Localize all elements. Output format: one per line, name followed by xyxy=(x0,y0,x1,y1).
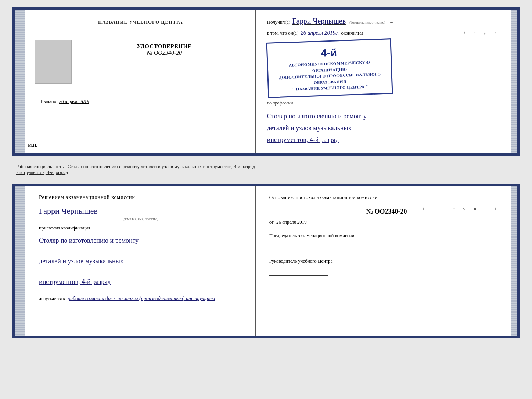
vtom-prefix: в том, что он(а) xyxy=(267,30,299,36)
texture-right-top xyxy=(511,10,517,153)
ot-date-block: от 26 апреля 2019 xyxy=(269,219,504,225)
udostoverenie-label: УДОСТОВЕРЕНИЕ xyxy=(79,43,250,50)
recipient-name-top: Гарри Чернышев xyxy=(292,17,346,25)
top-document: НАЗВАНИЕ УЧЕБНОГО ЦЕНТРА УДОСТОВЕРЕНИЕ №… xyxy=(12,7,520,156)
vydano-label: Выдано xyxy=(40,99,56,104)
udostoverenie-number: № OO2340-20 xyxy=(79,50,250,56)
profession-line1-top: Столяр по изготовлению и ремонту xyxy=(267,110,506,122)
between-text-underline: инструментов, 4-й разряд xyxy=(16,170,68,175)
predsedatel-label: Председатель экзаменационной комиссии xyxy=(269,232,504,239)
rukovoditel-label: Руководитель учебного Центра xyxy=(269,258,504,264)
top-left-panel: НАЗВАНИЕ УЧЕБНОГО ЦЕНТРА УДОСТОВЕРЕНИЕ №… xyxy=(15,10,256,153)
rukovoditel-block: Руководитель учебного Центра xyxy=(269,258,504,276)
udostoverenie-block: УДОСТОВЕРЕНИЕ № OO2340-20 xyxy=(79,43,250,56)
ot-label: от xyxy=(269,219,274,225)
predsedatel-signature xyxy=(269,250,328,250)
top-left-title: НАЗВАНИЕ УЧЕБНОГО ЦЕНТРА xyxy=(98,19,183,25)
osnovanie-text: Основание: протокол экзаменационной коми… xyxy=(269,195,504,200)
rukovoditel-signature xyxy=(269,275,328,276)
vydano-date: 26 апреля 2019 xyxy=(59,99,89,104)
mp-label: М.П. xyxy=(28,143,37,148)
between-text-main: Рабочая специальность - Столяр по изгото… xyxy=(16,164,255,169)
vtom-date: 26 апреля 2019г. xyxy=(301,30,339,36)
recipient-name-bottom: Гарри Чернышев xyxy=(39,206,242,217)
top-right-panel: Получил(а) Гарри Чернышев (фамилия, имя,… xyxy=(256,10,517,153)
profession-line3-top: инструментов, 4-й разряд xyxy=(267,134,506,146)
vydano-line: Выдано 26 апреля 2019 xyxy=(40,99,89,104)
dopuskaetsya-label: допускается к xyxy=(39,296,65,301)
okonchil-label: окончил(а) xyxy=(341,30,363,36)
po-professii: по профессии xyxy=(267,100,506,106)
side-text-bottom: – – – и ,а ‹- – – – – xyxy=(411,208,508,211)
texture-right-bottom xyxy=(511,186,517,336)
side-text-top: – и ,а ‹- – – – xyxy=(442,32,508,35)
profession-line3-bottom: инструментов, 4-й разряд xyxy=(39,275,242,288)
prisvoena-text: присвоена квалификация xyxy=(39,225,242,231)
predsedatel-block: Председатель экзаменационной комиссии xyxy=(269,232,504,250)
fio-label-bottom: (фамилия, имя, отчество) xyxy=(39,217,242,221)
stamp-block: 4-й АВТОНОМНУЮ НЕКОММЕРЧЕСКУЮ ОРГАНИЗАЦИ… xyxy=(266,38,393,98)
profession-block-bottom: Столяр по изготовлению и ремонту деталей… xyxy=(39,234,242,288)
resheniem-text: Решением экзаменационной комиссии xyxy=(39,195,242,200)
profession-line1-bottom: Столяр по изготовлению и ремонту xyxy=(39,234,242,247)
profession-line2-bottom: деталей и узлов музыкальных xyxy=(39,254,242,268)
profession-line2-top: деталей и узлов музыкальных xyxy=(267,122,506,134)
ot-date-value: 26 апреля 2019 xyxy=(276,219,307,225)
bottom-left-panel: Решением экзаменационной комиссии Гарри … xyxy=(15,186,256,336)
poluchil-line: Получил(а) Гарри Чернышев (фамилия, имя,… xyxy=(267,17,506,25)
dopuskaetsya-value: работе согласно должностным (производств… xyxy=(68,296,215,301)
dopuskaetsya-block: допускается к работе согласно должностны… xyxy=(39,296,242,302)
profession-block-top: Столяр по изготовлению и ремонту деталей… xyxy=(267,110,506,146)
fio-label-top: (фамилия, имя, отчество) xyxy=(349,21,385,24)
poluchil-prefix: Получил(а) xyxy=(267,19,290,25)
between-section: Рабочая специальность - Столяр по изгото… xyxy=(12,161,520,178)
photo-placeholder xyxy=(35,40,72,84)
bottom-document: Решением экзаменационной комиссии Гарри … xyxy=(12,184,520,338)
